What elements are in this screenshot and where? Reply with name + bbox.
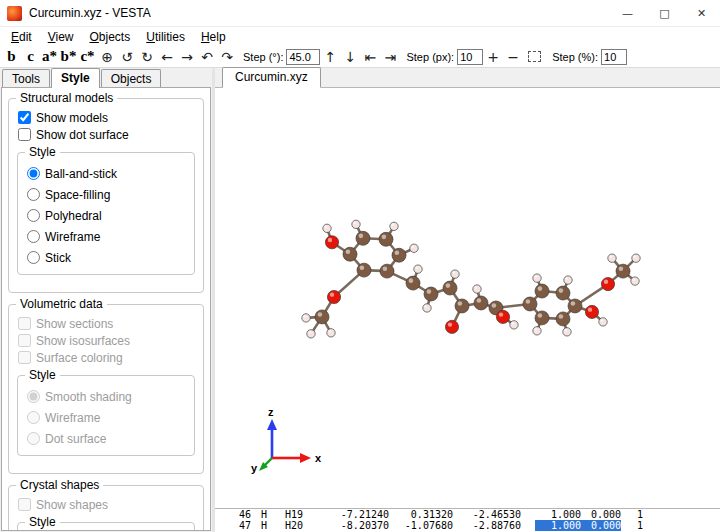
atom-occ-cell[interactable]: 1.000 [535, 509, 581, 520]
table-row[interactable]: 47 H H20 -8.20370 -1.07680 -2.88760 1.00… [215, 520, 720, 531]
atom-flag-cell[interactable]: 1 [625, 520, 643, 531]
polyhedral-radio-row[interactable]: Polyhedral [26, 205, 186, 226]
zoom-out-icon[interactable]: − [503, 49, 523, 65]
atom-charge-cell-selected[interactable]: 0.000 [581, 520, 621, 531]
atom-label-cell[interactable]: H19 [285, 509, 319, 520]
atom-element-cell[interactable]: H [261, 509, 275, 520]
view-along-a-star-button[interactable]: a* [40, 48, 59, 65]
minimize-button[interactable]: — [609, 0, 646, 27]
render-canvas[interactable]: z x y [215, 88, 720, 508]
crystal-style-title: Style [25, 515, 60, 529]
atom-occ-cell-selected[interactable]: 1.000 [535, 520, 581, 531]
ball-and-stick-radio[interactable] [27, 167, 40, 180]
show-shapes-checkbox-row: Show shapes [17, 496, 195, 513]
crystal-shapes-title: Crystal shapes [16, 478, 103, 492]
atom-x-cell[interactable]: -7.21240 [319, 509, 389, 520]
volumetric-wireframe-radio [27, 411, 40, 424]
menu-view[interactable]: View [40, 29, 82, 45]
atom-flag-cell[interactable]: 1 [625, 509, 643, 520]
atom-charge-cell[interactable]: 0.000 [581, 509, 621, 520]
volumetric-wireframe-label: Wireframe [45, 411, 100, 425]
step-degree-input[interactable] [286, 49, 320, 65]
smooth-shading-label: Smooth shading [45, 390, 132, 404]
atom-y-cell[interactable]: -1.07680 [389, 520, 453, 531]
step-px-label: Step (px): [406, 51, 454, 63]
show-models-checkbox-row[interactable]: Show models [17, 109, 195, 126]
show-isosurfaces-checkbox-row: Show isosurfaces [17, 332, 195, 349]
menu-bar: Edit View Objects Utilities Help [0, 27, 720, 46]
rotate-right-icon[interactable]: → [177, 49, 197, 65]
volumetric-wireframe-radio-row: Wireframe [26, 407, 186, 428]
rotate-cw-icon[interactable]: ↻ [137, 49, 157, 65]
atom-index-cell[interactable]: 46 [215, 509, 251, 520]
structural-style-title: Style [25, 145, 60, 159]
atom-z-cell[interactable]: -2.46530 [453, 509, 521, 520]
show-models-checkbox[interactable] [18, 111, 31, 124]
translate-right-bar-icon[interactable]: ⇥ [380, 49, 400, 65]
menu-objects[interactable]: Objects [82, 29, 139, 45]
fit-view-icon[interactable] [528, 51, 541, 62]
show-isosurfaces-label: Show isosurfaces [36, 334, 130, 348]
structural-style-group: Style Ball-and-stick Space-filling Polyh… [17, 152, 195, 275]
dot-surface-label: Dot surface [45, 432, 106, 446]
rotate-ccw-icon[interactable]: ↺ [117, 49, 137, 65]
rotate-left-icon[interactable]: ← [157, 49, 177, 65]
atom-index-cell[interactable]: 47 [215, 520, 251, 531]
stick-label: Stick [45, 251, 71, 265]
view-along-c-star-button[interactable]: c* [78, 48, 97, 65]
dot-surface-radio-row: Dot surface [26, 428, 186, 449]
tab-tools[interactable]: Tools [2, 69, 50, 88]
tab-style[interactable]: Style [51, 68, 100, 88]
dot-surface-radio [27, 432, 40, 445]
close-button[interactable]: ✕ [683, 0, 720, 27]
x-axis-arrowhead [300, 453, 311, 463]
ball-and-stick-label: Ball-and-stick [45, 167, 117, 181]
title-bar: Curcumin.xyz - VESTA — □ ✕ [0, 0, 720, 27]
ball-and-stick-radio-row[interactable]: Ball-and-stick [26, 163, 186, 184]
structural-models-group: Structural models Show models Show dot s… [8, 98, 204, 293]
tab-curcumin-xyz[interactable]: Curcumin.xyz [222, 67, 321, 88]
smooth-shading-radio-row: Smooth shading [26, 386, 186, 407]
step-px-input[interactable] [457, 49, 483, 65]
atom-element-cell[interactable]: H [261, 520, 275, 531]
space-filling-radio-row[interactable]: Space-filling [26, 184, 186, 205]
volumetric-data-group: Volumetric data Show sections Show isosu… [8, 304, 204, 474]
tilt-left-icon[interactable]: ↶ [197, 49, 217, 65]
step-pct-input[interactable] [601, 49, 627, 65]
window-title: Curcumin.xyz - VESTA [29, 6, 151, 20]
volumetric-style-group: Style Smooth shading Wireframe Dot surfa… [17, 375, 195, 456]
show-dot-surface-checkbox-row[interactable]: Show dot surface [17, 126, 195, 143]
atom-z-cell[interactable]: -2.88760 [453, 520, 521, 531]
tab-objects[interactable]: Objects [101, 69, 162, 88]
tilt-right-icon[interactable]: ↷ [217, 49, 237, 65]
step-degree-label: Step (°): [243, 51, 283, 63]
show-shapes-checkbox [18, 498, 31, 511]
menu-utilities[interactable]: Utilities [138, 29, 193, 45]
zoom-in-icon[interactable]: + [483, 49, 503, 65]
maximize-button[interactable]: □ [646, 0, 683, 27]
z-axis-label: z [268, 406, 274, 418]
menu-help[interactable]: Help [193, 29, 234, 45]
wireframe-radio[interactable] [27, 230, 40, 243]
translate-up-icon[interactable]: ↑ [320, 49, 340, 65]
wireframe-radio-row[interactable]: Wireframe [26, 226, 186, 247]
menu-edit[interactable]: Edit [3, 29, 40, 45]
orientation-globe-icon[interactable]: ⊕ [97, 49, 117, 65]
translate-left-bar-icon[interactable]: ⇤ [360, 49, 380, 65]
show-models-label: Show models [36, 111, 108, 125]
translate-down-icon[interactable]: ↓ [340, 49, 360, 65]
show-dot-surface-checkbox[interactable] [18, 128, 31, 141]
table-row[interactable]: 46 H H19 -7.21240 0.31320 -2.46530 1.000… [215, 509, 720, 520]
stick-radio-row[interactable]: Stick [26, 247, 186, 268]
axes-widget: z x y [250, 406, 330, 476]
z-axis-arrowhead [267, 419, 277, 430]
space-filling-radio[interactable] [27, 188, 40, 201]
atom-y-cell[interactable]: 0.31320 [389, 509, 453, 520]
stick-radio[interactable] [27, 251, 40, 264]
view-along-c-button[interactable]: c [21, 48, 40, 65]
atom-x-cell[interactable]: -8.20370 [319, 520, 389, 531]
view-along-b-star-button[interactable]: b* [59, 48, 78, 65]
polyhedral-radio[interactable] [27, 209, 40, 222]
view-along-b-button[interactable]: b [2, 48, 21, 65]
atom-label-cell[interactable]: H20 [285, 520, 319, 531]
